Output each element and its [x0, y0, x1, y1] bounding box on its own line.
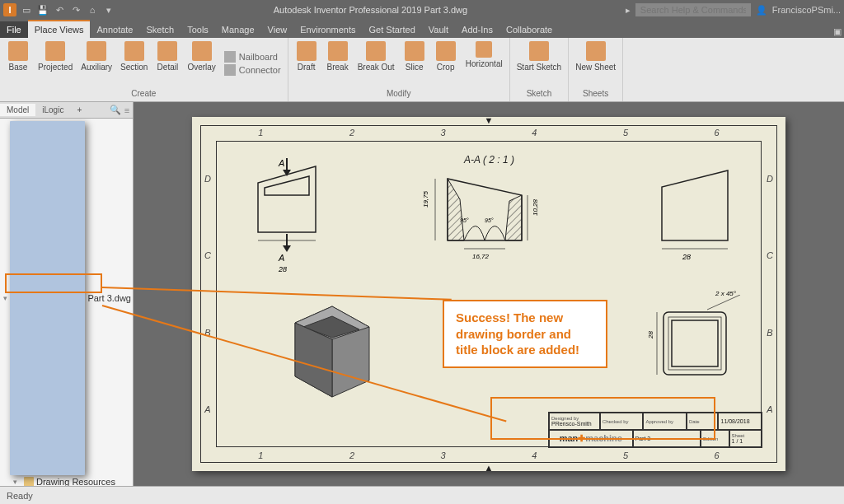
draft-button[interactable]: Draft	[292, 40, 321, 87]
svg-text:A: A	[278, 158, 284, 168]
browser-tab-ilogic[interactable]: iLogic	[35, 104, 70, 116]
tree-node[interactable]: ▾Drawing Resources	[2, 476, 131, 486]
browser-tab-model[interactable]: Model	[0, 104, 35, 116]
break-button[interactable]: Break	[323, 40, 353, 87]
svg-rect-12	[668, 317, 721, 370]
ruler-left: DCBA	[200, 140, 215, 448]
help-search-input[interactable]	[635, 3, 751, 16]
title-bar: I ▭ 💾 ↶ ↷ ⌂ ▾ Autodesk Inventor Professi…	[0, 0, 844, 20]
username-label[interactable]: FranciscoPSmi...	[772, 5, 841, 15]
dim-inner: 16,72	[472, 253, 489, 260]
tab-environments[interactable]: Environments	[293, 21, 362, 38]
ribbon-group-label: Create	[3, 87, 284, 100]
tab-tools[interactable]: Tools	[181, 21, 215, 38]
svg-text:A: A	[278, 253, 284, 263]
success-callout: Success! The new drawing border and titl…	[443, 300, 607, 368]
browser-search-icon[interactable]: 🔍	[110, 105, 121, 116]
view-isometric[interactable]	[270, 290, 390, 409]
title-block[interactable]: Designed byPRensco-Smith Checked by Appr…	[548, 412, 762, 448]
open-icon[interactable]: ▭	[20, 3, 33, 16]
connector-button[interactable]: Connector	[221, 63, 284, 77]
logo: man✚machine	[560, 433, 622, 444]
model-browser: Model iLogic + 🔍 ≡ ▾Part 3.dwg▾Drawing R…	[0, 102, 134, 486]
ribbon-panel: Base Projected Auxiliary Section Detail …	[0, 38, 844, 102]
ribbon-group-label: Sketch	[513, 87, 565, 100]
tab-annotate[interactable]: Annotate	[90, 21, 139, 38]
dim-angle2: 95°	[485, 217, 494, 223]
ribbon-group-label: Sheets	[572, 87, 619, 100]
drawing-canvas[interactable]: 123456 123456 DCBA DCBA A-A ( 2 : 1 ) AA…	[134, 102, 844, 486]
dim-angle1: 95°	[460, 217, 469, 223]
status-bar: Ready	[0, 486, 844, 504]
slice-button[interactable]: Slice	[400, 40, 429, 87]
breakout-button[interactable]: Break Out	[354, 40, 398, 87]
tab-file[interactable]: File	[0, 21, 28, 38]
tab-place-views[interactable]: Place Views	[28, 20, 91, 38]
tab-vault[interactable]: Vault	[422, 21, 455, 38]
horizontal-button[interactable]: Horizontal	[462, 40, 506, 87]
dim-width: 28	[279, 265, 287, 273]
svg-rect-10	[663, 312, 726, 375]
tab-collaborate[interactable]: Collaborate	[499, 21, 559, 38]
home-icon[interactable]: ⌂	[86, 3, 99, 16]
section-label: A-A ( 2 : 1 )	[464, 154, 514, 166]
ribbon-collapse-icon[interactable]: ▣	[831, 25, 844, 38]
dim-h1: 19,75	[422, 191, 429, 208]
dim-side: 28	[682, 253, 691, 261]
ribbon-group-label: Modify	[292, 87, 506, 100]
new-sheet-button[interactable]: New Sheet	[572, 40, 619, 87]
base-view-button[interactable]: Base	[3, 40, 33, 87]
projected-view-button[interactable]: Projected	[35, 40, 76, 87]
view-side[interactable]	[654, 166, 736, 265]
tab-addins[interactable]: Add-Ins	[455, 21, 499, 38]
view-section[interactable]	[427, 166, 534, 265]
tab-manage[interactable]: Manage	[215, 21, 261, 38]
view-front[interactable]: AA	[250, 158, 324, 265]
crop-button[interactable]: Crop	[431, 40, 461, 87]
dim-top: 28	[647, 331, 654, 338]
redo-icon[interactable]: ↷	[69, 3, 82, 16]
detail-view-button[interactable]: Detail	[152, 40, 182, 87]
dim-h2: 10,28	[532, 199, 539, 216]
tree-node[interactable]: ▾Part 3.dwg	[2, 120, 131, 476]
ruler-right: DCBA	[762, 140, 777, 448]
browser-menu-icon[interactable]: ≡	[121, 105, 133, 115]
app-title: Autodesk Inventor Professional 2019 Part…	[115, 5, 626, 15]
tab-view[interactable]: View	[261, 21, 294, 38]
undo-icon[interactable]: ↶	[53, 3, 66, 16]
svg-line-14	[707, 295, 740, 310]
tab-sketch[interactable]: Sketch	[140, 21, 181, 38]
browser-tab-add[interactable]: +	[70, 104, 88, 116]
ruler-bottom: 123456	[215, 448, 762, 463]
tab-get-started[interactable]: Get Started	[363, 21, 422, 38]
save-icon[interactable]: 💾	[36, 3, 49, 16]
user-icon[interactable]: 👤	[756, 5, 767, 16]
overlay-view-button[interactable]: Overlay	[184, 40, 218, 87]
ruler-top: 123456	[215, 125, 762, 140]
auxiliary-view-button[interactable]: Auxiliary	[77, 40, 115, 87]
nailboard-button[interactable]: Nailboard	[221, 50, 284, 63]
ribbon-tabs: File Place Views Annotate Sketch Tools M…	[0, 20, 844, 38]
section-view-button[interactable]: Section	[117, 40, 151, 87]
status-text: Ready	[7, 491, 33, 501]
browser-tree[interactable]: ▾Part 3.dwg▾Drawing Resources▸Sheet Form…	[0, 119, 133, 486]
svg-rect-11	[672, 320, 718, 366]
app-icon[interactable]: I	[3, 3, 16, 16]
qat-dropdown-icon[interactable]: ▾	[102, 3, 115, 16]
start-sketch-button[interactable]: Start Sketch	[513, 40, 565, 87]
search-icon[interactable]: ▸	[626, 5, 631, 16]
